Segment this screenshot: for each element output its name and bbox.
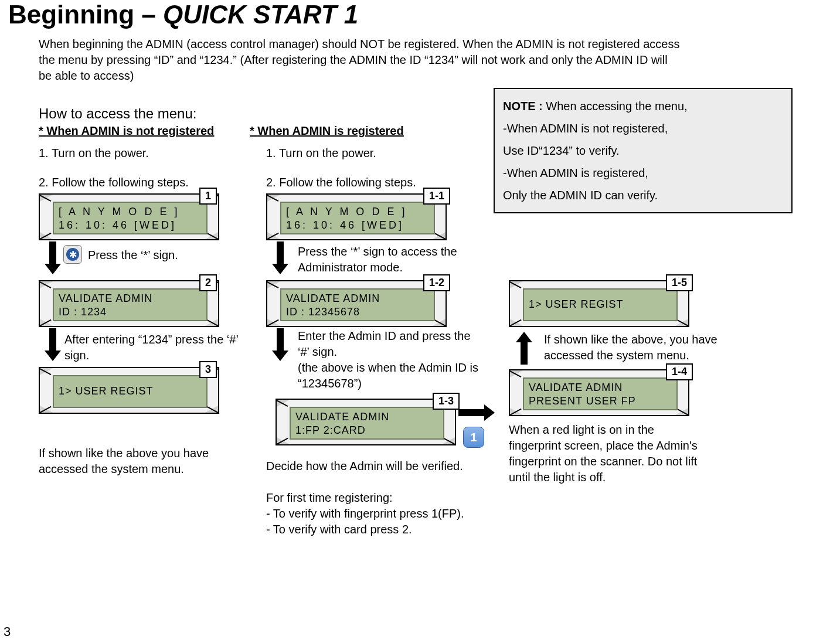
lcd1-line1: [ A N Y M O D E ] xyxy=(59,205,202,219)
note-box: NOTE : When accessing the menu, -When AD… xyxy=(494,88,793,213)
enter-admin-id-text: Enter the Admin ID and press the ‘#’ sig… xyxy=(298,328,479,392)
lcd11-line1: [ A N Y M O D E ] xyxy=(286,205,429,219)
lcd13-line1: VALIDATE ADMIN xyxy=(295,410,438,424)
note-l5: Only the ADMIN ID can verify. xyxy=(503,189,658,202)
colA-step2-text: 2. Follow the following steps. xyxy=(39,175,189,190)
after-1234-text: After entering “1234” press the ‘#’ sign… xyxy=(64,332,240,363)
step-badge-1: 1 xyxy=(199,188,217,205)
lcd2-line2: ID : 1234 xyxy=(59,305,202,319)
arrow-up-icon xyxy=(518,332,530,365)
title-text-2: QUICK START 1 xyxy=(163,0,358,29)
colA-ifshown-text: If shown like the above you have accesse… xyxy=(39,445,232,477)
press-star-text-b: Press the ‘*’ sign to access the Adminis… xyxy=(298,244,474,275)
lcd3-line1: 1> USER REGIST xyxy=(59,385,154,398)
step-badge-1-2: 1-2 xyxy=(423,274,450,291)
arrow-down-icon xyxy=(274,328,286,361)
step-badge-1-5: 1-5 xyxy=(666,274,693,291)
redlight-text: When a red light is on in the fingerprin… xyxy=(509,422,708,485)
step-badge-1-1: 1-1 xyxy=(423,188,450,205)
device-screen-1: [ A N Y M O D E ] 16: 10: 46 [WED] xyxy=(39,193,219,240)
title-text-1: Beginning – xyxy=(8,0,163,29)
lcd-display-2: VALIDATE ADMIN ID : 1234 xyxy=(53,288,208,321)
fingerprint-1-icon: 1 xyxy=(463,427,484,448)
colB-step1-text: 1. Turn on the power. xyxy=(266,145,376,161)
lcd-display-3: 1> USER REGIST xyxy=(53,375,208,408)
lcd-display-1-3: VALIDATE ADMIN 1:FP 2:CARD xyxy=(290,407,444,440)
step-badge-2: 2 xyxy=(199,274,217,291)
note-l1: When accessing the menu, xyxy=(543,100,688,113)
step-badge-3: 3 xyxy=(199,361,217,378)
page-number: 3 xyxy=(4,624,11,639)
lcd-display-1-4: VALIDATE ADMIN PRESENT USER FP xyxy=(523,377,678,410)
lcd1-line2: 16: 10: 46 [WED] xyxy=(59,219,202,232)
lcd-display-1: [ A N Y M O D E ] 16: 10: 46 [WED] xyxy=(53,202,208,234)
arrow-down-icon xyxy=(47,328,59,361)
note-l4: -When ADMIN is registered, xyxy=(503,166,648,179)
lcd11-line2: 16: 10: 46 [WED] xyxy=(286,219,429,232)
note-l2: -When ADMIN is not registered, xyxy=(503,122,668,135)
device-screen-1-2: VALIDATE ADMIN ID : 12345678 xyxy=(266,280,447,327)
device-screen-1-1: [ A N Y M O D E ] 16: 10: 46 [WED] xyxy=(266,193,447,240)
device-screen-1-3: VALIDATE ADMIN 1:FP 2:CARD xyxy=(276,399,456,445)
device-screen-3: 1> USER REGIST xyxy=(39,367,219,414)
col-b-heading: * When ADMIN is registered xyxy=(250,124,404,138)
howto-text: How to access the menu: xyxy=(39,106,196,121)
device-screen-1-5: 1> USER REGIST xyxy=(509,280,689,327)
note-head: NOTE : xyxy=(503,100,543,113)
device-screen-1-4: VALIDATE ADMIN PRESENT USER FP xyxy=(509,369,689,416)
step-badge-1-3: 1-3 xyxy=(433,393,460,410)
press-star-text-a: Press the ‘*’ sign. xyxy=(88,247,178,263)
step-badge-1-4: 1-4 xyxy=(666,363,693,380)
lcd14-line2: PRESENT USER FP xyxy=(529,394,672,408)
lcd13-line2: 1:FP 2:CARD xyxy=(295,424,438,437)
lcd12-line1: VALIDATE ADMIN xyxy=(286,292,429,305)
arrow-down-icon xyxy=(47,241,59,274)
colA-step1-text: 1. Turn on the power. xyxy=(39,145,149,161)
device-screen-2: VALIDATE ADMIN ID : 1234 xyxy=(39,280,219,327)
page-title: Beginning – QUICK START 1 xyxy=(8,0,358,29)
howto-heading: How to access the menu: xyxy=(39,106,196,122)
lcd12-line2: ID : 12345678 xyxy=(286,305,429,319)
decide-verify-text: Decide how the Admin will be verified. F… xyxy=(266,458,471,537)
colB-step2-text: 2. Follow the following steps. xyxy=(266,175,416,190)
lcd-display-1-1: [ A N Y M O D E ] 16: 10: 46 [WED] xyxy=(280,202,435,234)
arrow-down-icon xyxy=(274,241,286,274)
star-key-icon: ✱ xyxy=(63,245,82,264)
lcd2-line1: VALIDATE ADMIN xyxy=(59,292,202,305)
arrow-right-icon xyxy=(458,407,495,419)
col-a-heading: * When ADMIN is not registered xyxy=(39,124,214,138)
lcd14-line1: VALIDATE ADMIN xyxy=(529,381,672,394)
colC-ifshown-text: If shown like the above, you have access… xyxy=(544,332,732,363)
intro-paragraph: When beginning the ADMIN (access control… xyxy=(39,36,683,84)
lcd-display-1-2: VALIDATE ADMIN ID : 12345678 xyxy=(280,288,435,321)
note-l3: Use ID“1234” to verify. xyxy=(503,144,620,157)
lcd-display-1-5: 1> USER REGIST xyxy=(523,288,678,321)
lcd15-line1: 1> USER REGIST xyxy=(529,298,624,311)
